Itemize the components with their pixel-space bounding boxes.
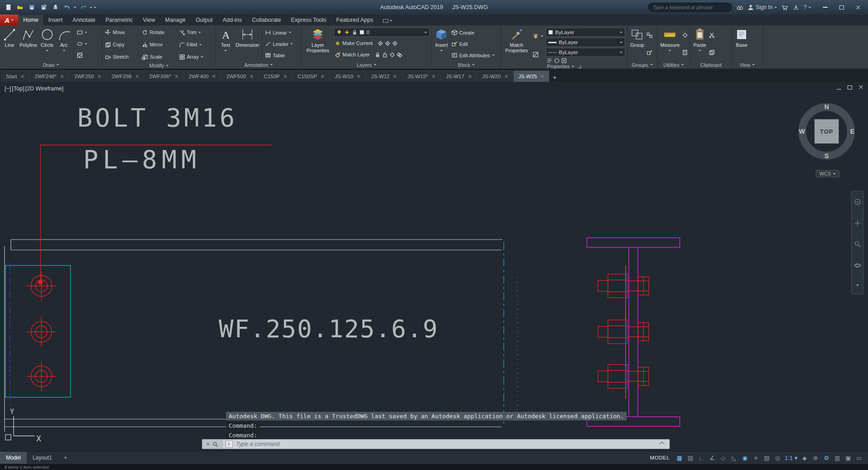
ribbon-tab[interactable]: View [138,15,160,25]
navbar-more-caret-icon[interactable] [856,285,859,287]
ribbon-tab[interactable]: Add-ins [218,15,247,25]
file-tab-close-icon[interactable] [431,75,435,78]
sign-in-menu[interactable]: Sign In [748,4,777,10]
properties-tool-icon[interactable] [554,58,560,64]
copy-button[interactable]: Copy [104,40,140,50]
match-properties-button[interactable]: Match Properties [503,27,530,64]
redo-caret-icon[interactable] [90,7,92,10]
bolt-symbol-3[interactable] [26,361,56,391]
properties-dialog-launcher-icon[interactable] [578,65,581,68]
viewcube-east[interactable]: E [850,128,854,135]
layer-unlock-tool-icon[interactable] [382,52,388,58]
beam-section-outline[interactable] [587,238,680,426]
panel-label-annotation[interactable]: Annotation [216,61,301,69]
ribbon-tab[interactable]: Parametric [100,15,138,25]
leader-button[interactable]: Leader [264,39,294,49]
file-tab[interactable]: JS-W15* [402,70,440,82]
text-button[interactable]: AText [218,27,233,61]
cut-icon[interactable] [709,32,715,38]
lineweight-dropdown[interactable]: ByLayer [546,38,625,47]
ribbon-tab[interactable]: Output [191,15,218,25]
panel-label-block[interactable]: Block [432,61,501,69]
app-store-cart-icon[interactable] [781,4,788,11]
arc-button[interactable]: Arc [56,27,72,61]
updates-tray-icon[interactable] [793,4,799,10]
layer-lock-tool-icon[interactable] [375,52,381,58]
scale-button[interactable]: Scale [141,52,176,62]
insert-block-button[interactable]: Insert [434,27,449,61]
file-tab-close-icon[interactable] [98,75,101,78]
stretch-button[interactable]: Stretch [104,52,140,62]
file-tab[interactable]: JS-W12 [366,70,402,82]
file-tab[interactable]: JS-W17 [441,70,477,82]
qat-customize-caret-icon[interactable] [94,7,96,10]
status-toggle[interactable]: ◇ [718,453,728,463]
edit-attributes-button[interactable]: Edit Attributes [451,50,496,60]
file-tab-close-icon[interactable] [393,75,397,78]
command-history-chevron-icon[interactable] [659,441,664,446]
trim-button[interactable]: Trim [178,27,214,37]
line-button[interactable]: Line [2,27,17,61]
help-search-box[interactable] [648,3,732,12]
panel-label-clipboard[interactable]: Clipboard [690,61,732,69]
base-button[interactable]: Base [734,27,749,61]
mirror-button[interactable]: Mirror [141,40,176,50]
save-icon[interactable] [26,3,37,12]
layer-properties-button[interactable]: Layer Properties [303,27,332,61]
paste-button[interactable]: Paste [692,27,707,61]
ribbon-tab[interactable]: Insert [43,15,67,25]
status-toggle[interactable]: ⚙ [821,453,832,463]
circle-button[interactable]: Circle [40,27,55,61]
status-toggle[interactable]: ≡ [751,453,761,463]
ribbon-tab[interactable]: Express Tools [286,15,331,25]
file-tab-close-icon[interactable] [321,75,324,78]
bolt-side-view-2[interactable] [598,320,649,344]
viewport-menu-button[interactable]: [−] [5,85,11,92]
panel-label-utilities[interactable]: Utilities [657,61,690,69]
layout-tab[interactable]: Layout1 [27,452,58,464]
panel-label-groups[interactable]: Groups [627,61,657,69]
file-tab[interactable]: 2WF298 [107,70,144,82]
new-layout-button[interactable]: + [58,452,73,464]
layer-thaw-sun-icon[interactable] [344,30,350,35]
file-tab[interactable]: JS-W20 [477,70,513,82]
recent-commands-search-icon[interactable] [212,441,218,447]
redo-icon[interactable] [78,3,88,12]
ribbon-tab[interactable]: Home [18,15,43,25]
doc-restore-button[interactable] [848,85,852,91]
panel-label-modify[interactable]: Modify [102,62,216,69]
ribbon-display-toggle[interactable] [383,19,392,25]
panel-label-properties[interactable]: Properties [501,64,627,69]
drawing-canvas[interactable]: Y X BOLT 3M16 PL—8MM WF.250.125.6.9 [0,82,868,451]
status-toggle[interactable]: ◎ [773,453,783,463]
pan-icon[interactable] [854,220,861,227]
status-toggle[interactable]: ◉ [740,453,750,463]
search-input[interactable] [652,5,728,10]
edit-block-button[interactable]: Edit [451,39,496,49]
status-toggle[interactable]: 1:1 ▾ [783,453,799,463]
status-toggle[interactable]: ▦ [674,453,685,463]
viewcube-south[interactable]: S [824,152,828,160]
ribbon-tab[interactable]: Collaborate [247,15,286,25]
file-tab[interactable]: 2WF248* [30,70,69,82]
layer-color-swatch[interactable] [360,30,364,35]
drawing-area[interactable]: Y X BOLT 3M16 PL—8MM WF.250.125.6.9 [−] … [0,82,868,451]
file-tab[interactable]: Start [1,70,29,82]
bolt-side-view-1[interactable] [598,274,649,298]
make-current-button[interactable]: Make Current [334,38,374,48]
open-folder-icon[interactable] [15,3,25,12]
ribbon-tab[interactable]: Annotate [68,15,100,25]
wcs-dropdown[interactable]: WCS [816,170,839,177]
minimize-button[interactable] [818,2,833,12]
close-button[interactable] [851,2,865,12]
viewcube-west[interactable]: W [799,128,805,135]
save-as-icon[interactable] [38,3,49,12]
linetype-dropdown[interactable]: ByLayer [546,48,625,57]
undo-icon[interactable] [62,3,72,12]
command-close-icon[interactable] [206,442,210,446]
application-menu-button[interactable]: A [0,15,18,25]
orbit-icon[interactable] [854,262,861,269]
group-edit-icon[interactable] [647,50,652,55]
status-toggle[interactable]: ⊕ [810,453,821,463]
status-toggle[interactable]: ▣ [843,453,853,463]
